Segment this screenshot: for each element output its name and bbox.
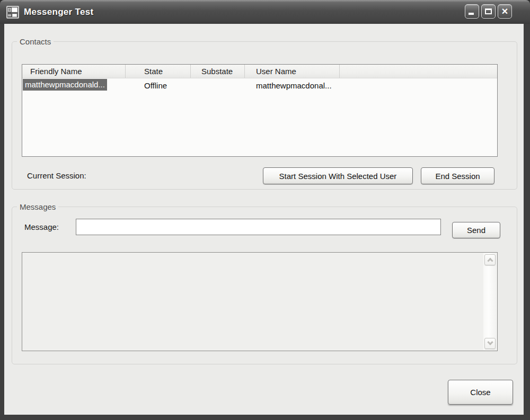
minimize-button[interactable] bbox=[465, 4, 479, 19]
contact-cell-friendly-name[interactable]: matthewpmacdonald... bbox=[22, 79, 126, 92]
messages-groupbox: Messages Message: Send bbox=[12, 207, 517, 364]
start-session-button[interactable]: Start Session With Selected User bbox=[263, 167, 413, 184]
column-header-user-name[interactable]: User Name bbox=[245, 65, 340, 78]
title-bar[interactable]: Messenger Test ✕ bbox=[0, 0, 530, 24]
column-header-state[interactable]: State bbox=[126, 65, 191, 78]
close-icon: ✕ bbox=[501, 7, 508, 16]
app-window-icon bbox=[6, 6, 19, 19]
chevron-up-icon bbox=[487, 257, 493, 263]
messenger-test-window: Messenger Test ✕ Contacts Friendly Name … bbox=[0, 0, 530, 420]
column-header-substate[interactable]: Substate bbox=[191, 65, 245, 78]
column-header-friendly-name[interactable]: Friendly Name bbox=[22, 65, 126, 78]
contact-cell-user-name: matthewpmacdonal... bbox=[245, 81, 340, 90]
end-session-button[interactable]: End Session bbox=[421, 167, 494, 184]
contacts-listview[interactable]: Friendly Name State Substate User Name m… bbox=[22, 64, 498, 157]
contacts-groupbox: Contacts Friendly Name State Substate Us… bbox=[12, 41, 517, 190]
selected-contact-highlight: matthewpmacdonald... bbox=[23, 79, 107, 91]
window-title: Messenger Test bbox=[24, 7, 93, 17]
scroll-up-button[interactable] bbox=[484, 254, 496, 265]
minimize-icon bbox=[469, 13, 474, 15]
message-log-text bbox=[25, 255, 480, 348]
contact-cell-state: Offline bbox=[126, 81, 191, 90]
contacts-list-header: Friendly Name State Substate User Name bbox=[22, 65, 497, 78]
message-log-scrollbar[interactable] bbox=[483, 253, 497, 350]
message-input[interactable] bbox=[76, 219, 441, 235]
window-client-area: Contacts Friendly Name State Substate Us… bbox=[4, 24, 524, 415]
close-button[interactable]: Close bbox=[448, 380, 513, 405]
contact-row[interactable]: matthewpmacdonald... Offline matthewpmac… bbox=[22, 78, 497, 92]
contacts-group-label: Contacts bbox=[17, 37, 54, 46]
maximize-icon bbox=[485, 8, 492, 14]
message-log[interactable] bbox=[22, 252, 498, 351]
close-window-button[interactable]: ✕ bbox=[498, 4, 512, 19]
scroll-down-button[interactable] bbox=[484, 338, 496, 349]
current-session-label: Current Session: bbox=[27, 171, 86, 180]
chevron-down-icon bbox=[487, 339, 493, 345]
column-header-filler bbox=[340, 65, 497, 78]
maximize-button[interactable] bbox=[481, 4, 496, 19]
message-label: Message: bbox=[24, 222, 59, 231]
send-button[interactable]: Send bbox=[452, 222, 500, 238]
messages-group-label: Messages bbox=[17, 202, 58, 211]
